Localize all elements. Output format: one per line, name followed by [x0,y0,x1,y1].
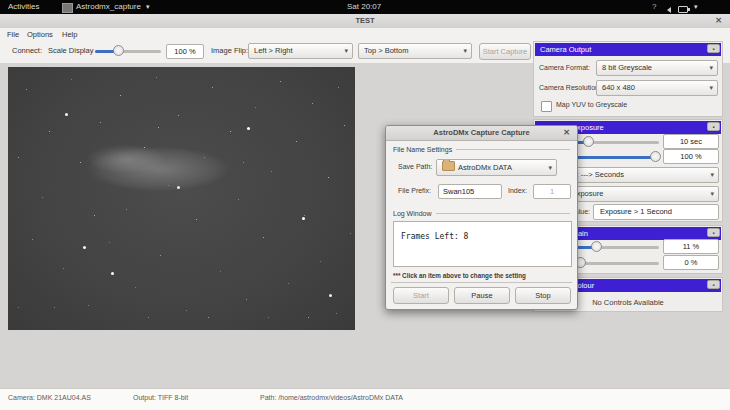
start-button[interactable]: Start [393,287,449,304]
window-titlebar: TEST ✕ [0,14,730,29]
colour-collapse-button[interactable]: ▪ [707,280,720,289]
menu-file[interactable]: File [7,28,19,41]
start-capture-button[interactable]: Start Capture [479,43,531,60]
index-label: Index: [508,183,527,199]
gnome-top-bar: Activities Astrodmx_capture ▾ Sat 20:07 … [0,0,730,14]
activities-button[interactable]: Activities [8,0,40,14]
flip-horizontal-combo[interactable]: Left > Right▾ [248,43,353,59]
chevron-down-icon: ▾ [709,81,713,95]
app-icon [62,3,73,13]
window-close-icon[interactable]: ✕ [715,14,722,28]
folder-icon [442,161,455,171]
dialog-titlebar[interactable]: AstroDMx Capture Capture ✕ [386,126,577,141]
flip-vertical-combo[interactable]: Top > Bottom▾ [358,43,472,59]
window-title: TEST [0,14,730,28]
camera-format-combo[interactable]: 8 bit Greyscale▾ [596,60,718,76]
dialog-title: AstroDMx Capture Capture [386,126,577,140]
log-window: Frames Left: 8 [393,221,572,267]
pause-button[interactable]: Pause [454,287,510,304]
app-menu-caret-icon: ▾ [146,0,150,14]
screen: Activities Astrodmx_capture ▾ Sat 20:07 … [0,0,730,410]
chevron-down-icon: ▾ [548,160,552,175]
clock[interactable]: Sat 20:07 [347,0,381,14]
camera-resolution-label: Camera Resolution: [539,80,601,96]
starfield [8,67,9,68]
chevron-down-icon: ▾ [463,44,467,58]
exposure-collapse-button[interactable]: ▪ [707,122,720,131]
camera-preview-image [8,67,355,330]
dialog-hint: *** Click an item above to change the se… [393,272,526,279]
status-path: Path: /home/astrodmx/videos/AstroDMx DAT… [260,394,403,401]
statusbar: Camera: DMK 21AU04.AS Output: TIFF 8-bit… [0,388,730,410]
exposure-percent-field[interactable]: 100 % [663,149,719,164]
status-output: Output: TIFF 8-bit [133,394,188,401]
map-yuv-checkbox[interactable] [541,101,552,112]
gamma-value-field[interactable]: 0 % [663,255,719,270]
map-yuv-label: Map YUV to Greyscale [556,97,627,113]
chevron-down-icon: ▾ [710,187,714,201]
file-prefix-field[interactable]: Swan105 [438,184,502,199]
scale-display-label: Scale Display [48,43,93,59]
scale-value-field[interactable]: 100 % [166,44,204,59]
camera-output-header: Camera Output [535,43,721,56]
index-field[interactable]: 1 [533,184,571,199]
menu-options[interactable]: Options [27,28,53,41]
exposure-time-field[interactable]: 10 sec [663,134,719,149]
menubar: File Options Help [0,28,730,41]
save-path-label: Save Path: [398,159,432,175]
exposure-value-combo[interactable]: Exposure > 1 Second [593,204,719,220]
image-flip-label: Image Flip: [211,43,248,59]
dialog-close-icon[interactable]: ✕ [563,126,570,140]
log-window-group: Log Window [393,210,570,217]
gain-value-field[interactable]: 11 % [663,239,719,254]
gain-collapse-button[interactable]: ▪ [707,228,720,237]
menu-help[interactable]: Help [62,28,77,41]
tray-hint-icon: ? [652,0,656,14]
system-menu-caret-icon[interactable]: ▾ [694,0,698,14]
save-path-combo[interactable]: AstroDMx DATA ▾ [436,159,557,176]
app-menu[interactable]: Astrodmx_capture [76,0,141,14]
dialog-separator [391,282,572,283]
scale-display-slider[interactable] [95,44,161,58]
camera-format-label: Camera Format: [539,60,590,76]
chevron-down-icon: ▾ [344,44,348,58]
file-prefix-label: File Prefix: [398,183,431,199]
connect-button[interactable]: Connect: [12,43,42,59]
camera-resolution-combo[interactable]: 640 x 480▾ [596,80,718,96]
camera-output-collapse-button[interactable]: ▪ [707,44,720,53]
chevron-down-icon: ▾ [710,168,714,182]
status-camera: Camera: DMK 21AU04.AS [8,394,91,401]
capture-dialog: AstroDMx Capture Capture ✕ File Name Set… [385,125,578,310]
section-camera-output: Camera Output ▪ Camera Format: 8 bit Gre… [533,41,723,117]
stop-button[interactable]: Stop [515,287,571,304]
chevron-down-icon: ▾ [709,61,713,75]
file-name-settings-group: File Name Settings [393,146,570,153]
